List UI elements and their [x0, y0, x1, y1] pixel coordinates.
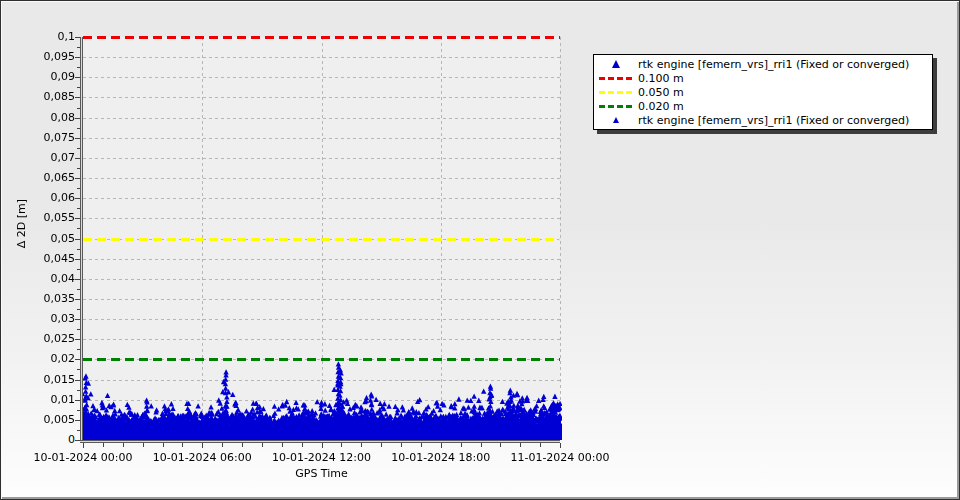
x-tick-minor — [182, 443, 183, 447]
legend-box[interactable]: rtk engine [femern_vrs]_rri1 (Fixed or c… — [593, 54, 933, 130]
y-tick-label: 0,015 — [1, 373, 75, 386]
y-tick-label: 0,035 — [1, 292, 75, 305]
x-tick-minor — [421, 443, 422, 447]
x-tick-minor — [500, 443, 501, 447]
y-tick-major — [75, 97, 80, 98]
y-tick-major — [75, 37, 80, 38]
x-tick-minor — [143, 443, 144, 447]
x-tick-minor — [481, 443, 482, 447]
red-dash-icon — [599, 77, 633, 80]
x-axis-line — [80, 440, 560, 443]
y-tick-label: 0 — [1, 433, 75, 446]
y-tick-minor — [77, 410, 80, 411]
y-tick-major — [75, 279, 80, 280]
y-tick-minor — [77, 108, 80, 109]
chart-window: 00,0050,010,0150,020,0250,030,0350,040,0… — [0, 0, 960, 500]
y-tick-minor — [77, 249, 80, 250]
y-tick-minor — [77, 369, 80, 370]
y-tick-major — [75, 158, 80, 159]
y-tick-major — [75, 299, 80, 300]
y-tick-label: 0,005 — [1, 413, 75, 426]
y-tick-label: 0,02 — [1, 352, 75, 365]
x-tick-minor — [381, 443, 382, 447]
y-tick-label: 0,1 — [1, 30, 75, 43]
y-tick-label: 0,04 — [1, 272, 75, 285]
x-tick-label: 11-01-2024 00:00 — [500, 451, 620, 464]
y-tick-label: 0,085 — [1, 90, 75, 103]
legend-item-threshold-20mm[interactable]: 0.020 m — [594, 99, 932, 113]
x-tick-major — [83, 443, 84, 448]
x-tick-label: 10-01-2024 06:00 — [142, 451, 262, 464]
y-tick-major — [75, 77, 80, 78]
legend-item-threshold-100mm[interactable]: 0.100 m — [594, 71, 932, 85]
green-dash-icon — [599, 105, 633, 108]
y-tick-major — [75, 178, 80, 179]
x-tick-label: 10-01-2024 18:00 — [381, 451, 501, 464]
x-tick-minor — [520, 443, 521, 447]
x-tick-minor — [341, 443, 342, 447]
scatter-data-canvas[interactable] — [83, 37, 562, 440]
y-tick-major — [75, 138, 80, 139]
y-tick-major — [75, 218, 80, 219]
y-tick-major — [75, 57, 80, 58]
y-tick-minor — [77, 269, 80, 270]
y-tick-minor — [77, 188, 80, 189]
y-tick-major — [75, 420, 80, 421]
x-tick-minor — [163, 443, 164, 447]
x-tick-minor — [361, 443, 362, 447]
triangle-marker-icon — [612, 60, 620, 68]
triangle-marker-icon — [613, 117, 619, 123]
y-axis-line — [80, 37, 83, 443]
y-tick-minor — [77, 430, 80, 431]
x-tick-label: 10-01-2024 00:00 — [23, 451, 143, 464]
legend-label: rtk engine [femern_vrs]_rri1 (Fixed or c… — [638, 114, 909, 127]
x-tick-major — [560, 443, 561, 448]
y-tick-major — [75, 339, 80, 340]
y-tick-minor — [77, 289, 80, 290]
y-tick-label: 0,07 — [1, 151, 75, 164]
x-tick-minor — [540, 443, 541, 447]
y-tick-major — [75, 319, 80, 320]
y-tick-minor — [77, 168, 80, 169]
y-tick-minor — [77, 67, 80, 68]
y-tick-major — [75, 359, 80, 360]
legend-item-series-bottom[interactable]: rtk engine [femern_vrs]_rri1 (Fixed or c… — [594, 113, 932, 127]
legend-label: 0.100 m — [638, 72, 684, 85]
x-tick-minor — [242, 443, 243, 447]
y-tick-minor — [77, 208, 80, 209]
y-tick-label: 0,08 — [1, 111, 75, 124]
y-tick-minor — [77, 148, 80, 149]
legend-label: 0.020 m — [638, 100, 684, 113]
y-tick-label: 0,075 — [1, 131, 75, 144]
x-tick-minor — [302, 443, 303, 447]
y-tick-label: 0,03 — [1, 312, 75, 325]
y-tick-label: 0,025 — [1, 332, 75, 345]
x-tick-minor — [282, 443, 283, 447]
y-tick-minor — [77, 309, 80, 310]
x-tick-minor — [222, 443, 223, 447]
legend-label: rtk engine [femern_vrs]_rri1 (Fixed or c… — [638, 58, 909, 71]
x-tick-minor — [401, 443, 402, 447]
y-tick-major — [75, 440, 80, 441]
legend-item-threshold-50mm[interactable]: 0.050 m — [594, 85, 932, 99]
y-tick-label: 0,065 — [1, 171, 75, 184]
x-tick-major — [441, 443, 442, 448]
y-tick-label: 0,09 — [1, 70, 75, 83]
y-tick-major — [75, 118, 80, 119]
y-tick-label: 0,05 — [1, 232, 75, 245]
x-tick-minor — [262, 443, 263, 447]
x-tick-minor — [461, 443, 462, 447]
legend-item-series-top[interactable]: rtk engine [femern_vrs]_rri1 (Fixed or c… — [594, 57, 932, 71]
x-tick-label: 10-01-2024 12:00 — [262, 451, 382, 464]
y-tick-major — [75, 198, 80, 199]
y-tick-major — [75, 239, 80, 240]
y-tick-major — [75, 380, 80, 381]
y-tick-minor — [77, 128, 80, 129]
x-tick-major — [202, 443, 203, 448]
y-tick-label: 0,06 — [1, 191, 75, 204]
y-tick-label: 0,055 — [1, 211, 75, 224]
yellow-dash-icon — [599, 91, 633, 94]
y-tick-label: 0,045 — [1, 252, 75, 265]
y-tick-major — [75, 259, 80, 260]
y-tick-minor — [77, 390, 80, 391]
